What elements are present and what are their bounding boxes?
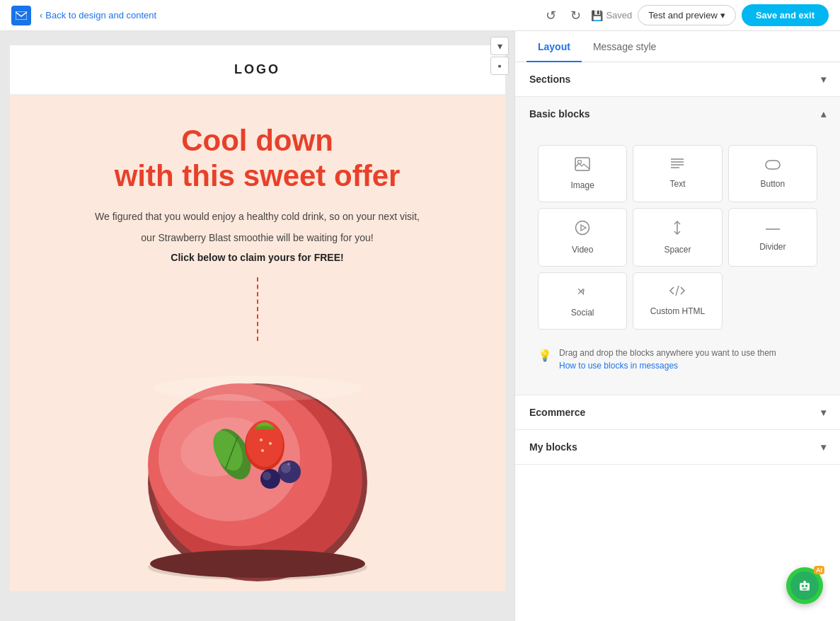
my-blocks-section: My blocks ▾: [515, 430, 840, 465]
drag-tip: 💡 Drag and drop the blocks anywhere you …: [527, 338, 829, 383]
svg-point-23: [578, 161, 582, 164]
hero-title-line1: Cool down: [38, 123, 477, 158]
video-block-icon: [575, 220, 590, 239]
ai-fab-button[interactable]: AI: [786, 567, 823, 604]
block-spacer[interactable]: Spacer: [633, 208, 722, 267]
topnav-actions: ↺ ↻ 💾 Saved Test and preview ▾ Save and …: [541, 4, 829, 26]
redo-button[interactable]: ↻: [566, 5, 585, 26]
canvas-collapse-button[interactable]: ▾: [490, 37, 509, 55]
undo-button[interactable]: ↺: [541, 5, 560, 26]
my-blocks-chevron: ▾: [821, 441, 826, 453]
ecommerce-section: Ecommerce ▾: [515, 395, 840, 430]
blocks-grid: Image T: [527, 137, 829, 338]
basic-blocks-chevron: ▴: [821, 108, 826, 120]
svg-point-14: [269, 442, 272, 445]
back-to-design-link[interactable]: ‹ Back to design and content: [40, 10, 156, 21]
sections-chevron: ▾: [821, 74, 826, 85]
svg-point-21: [150, 550, 365, 578]
block-text-label: Text: [669, 179, 685, 189]
svg-line-35: [676, 286, 679, 296]
svg-point-20: [263, 472, 271, 480]
main-layout: ▾ ▪ LOGO Cool down with this sweet offer…: [0, 31, 840, 621]
tab-message-style[interactable]: Message style: [582, 31, 667, 62]
block-custom-html[interactable]: Custom HTML: [633, 272, 722, 330]
svg-rect-28: [766, 161, 780, 169]
back-label: Back to design and content: [45, 10, 156, 21]
block-button[interactable]: Button: [728, 145, 817, 202]
panel-content[interactable]: Sections ▾ Basic blocks ▴: [515, 62, 840, 621]
how-to-link[interactable]: How to use blocks in messages: [559, 361, 678, 371]
social-block-icon: ✕ f: [575, 284, 590, 302]
save-exit-label: Save and exit: [756, 10, 815, 21]
email-canvas[interactable]: ▾ ▪ LOGO Cool down with this sweet offer…: [0, 31, 514, 621]
email-logo: LOGO: [27, 62, 488, 77]
block-spacer-label: Spacer: [664, 245, 691, 255]
my-blocks-header[interactable]: My blocks ▾: [515, 430, 840, 464]
hero-cta: Click below to claim yours for FREE!: [38, 252, 477, 263]
basic-blocks-body: Image T: [515, 131, 840, 395]
hero-title: Cool down with this sweet offer: [38, 123, 477, 195]
email-hero: Cool down with this sweet offer We figur…: [10, 95, 505, 591]
block-social-label: Social: [571, 308, 594, 318]
svg-point-13: [260, 439, 263, 441]
dashed-divider: [257, 277, 258, 341]
right-panel: Layout Message style Sections ▾ Basic bl…: [514, 31, 840, 621]
ai-badge: AI: [814, 566, 824, 574]
ai-robot-icon: [797, 578, 812, 593]
chevron-down-icon: ▾: [720, 10, 725, 21]
save-exit-button[interactable]: Save and exit: [742, 4, 829, 26]
block-video[interactable]: Video: [538, 208, 627, 267]
hero-title-line2: with this sweet offer: [38, 158, 477, 194]
panel-tabs: Layout Message style: [515, 31, 840, 62]
basic-blocks-label: Basic blocks: [529, 108, 590, 120]
sections-header[interactable]: Sections ▾: [515, 62, 840, 96]
top-navigation: ‹ Back to design and content ↺ ↻ 💾 Saved…: [0, 0, 840, 31]
sections-label: Sections: [529, 74, 570, 85]
svg-point-29: [576, 221, 589, 235]
smoothie-bowl-svg: [116, 348, 399, 588]
sections-section: Sections ▾: [515, 62, 840, 97]
svg-point-7: [153, 376, 362, 401]
divider-block-icon: [765, 220, 781, 236]
test-preview-button[interactable]: Test and preview ▾: [638, 5, 736, 25]
block-image[interactable]: Image: [538, 145, 627, 202]
svg-point-15: [261, 449, 264, 452]
drag-tip-text: Drag and drop the blocks anywhere you wa…: [559, 347, 776, 372]
block-text[interactable]: Text: [633, 145, 722, 202]
spacer-block-icon: [671, 220, 684, 239]
block-divider-label: Divider: [759, 242, 786, 252]
block-divider[interactable]: Divider: [728, 208, 817, 267]
hero-image: [38, 348, 477, 591]
svg-point-18: [287, 463, 290, 465]
back-arrow-icon: ‹: [40, 10, 42, 21]
save-icon: 💾: [591, 10, 603, 21]
block-social[interactable]: ✕ f Social: [538, 272, 627, 330]
ecommerce-chevron: ▾: [821, 407, 826, 418]
email-header: LOGO: [10, 45, 505, 95]
svg-point-19: [260, 469, 280, 489]
custom-html-block-icon: [669, 284, 686, 301]
test-preview-label: Test and preview: [648, 10, 718, 21]
block-video-label: Video: [572, 245, 593, 255]
canvas-scroll-button[interactable]: ▪: [490, 57, 509, 75]
svg-rect-37: [802, 585, 804, 587]
svg-rect-38: [805, 585, 807, 587]
tab-layout[interactable]: Layout: [527, 31, 582, 62]
saved-status: 💾 Saved: [591, 10, 632, 21]
basic-blocks-header[interactable]: Basic blocks ▴: [515, 97, 840, 131]
ai-fab-inner: [790, 571, 819, 600]
basic-blocks-section: Basic blocks ▴: [515, 97, 840, 395]
email-wrapper: LOGO Cool down with this sweet offer We …: [10, 45, 505, 591]
svg-rect-0: [16, 11, 27, 20]
ecommerce-label: Ecommerce: [529, 407, 585, 418]
app-logo: [11, 6, 31, 25]
ecommerce-header[interactable]: Ecommerce ▾: [515, 395, 840, 429]
block-image-label: Image: [570, 180, 594, 190]
block-button-label: Button: [760, 179, 785, 189]
hero-subtitle-line1: We figured that you would enjoy a health…: [38, 209, 477, 224]
hero-subtitle-line2: our Strawberry Blast smoothie will be wa…: [38, 230, 477, 245]
block-custom-html-label: Custom HTML: [650, 306, 705, 316]
canvas-controls: ▾ ▪: [490, 37, 509, 75]
text-block-icon: [669, 157, 685, 173]
my-blocks-label: My blocks: [529, 441, 577, 453]
